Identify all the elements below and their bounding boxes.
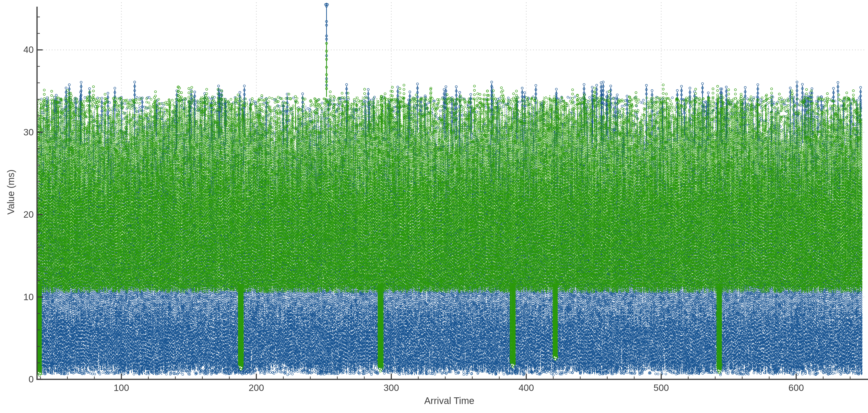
x-axis-title: Arrival Time bbox=[424, 395, 474, 406]
x-tick-label: 200 bbox=[249, 382, 264, 393]
scatter-chart: 010203040 100200300400500600 Value (ms) … bbox=[0, 0, 868, 413]
x-tick-label: 500 bbox=[653, 382, 669, 393]
x-tick-label: 400 bbox=[519, 382, 534, 393]
y-tick-label: 40 bbox=[0, 44, 34, 56]
plot-canvas bbox=[0, 0, 868, 413]
x-tick-label: 100 bbox=[114, 382, 129, 393]
y-tick-label: 10 bbox=[0, 291, 34, 303]
x-tick-label: 600 bbox=[788, 382, 804, 393]
x-tick-label: 300 bbox=[383, 382, 399, 393]
y-tick-label: 0 bbox=[0, 374, 34, 385]
y-tick-label: 30 bbox=[0, 127, 34, 138]
y-tick-label: 20 bbox=[0, 209, 34, 220]
y-axis-title: Value (ms) bbox=[6, 170, 17, 214]
